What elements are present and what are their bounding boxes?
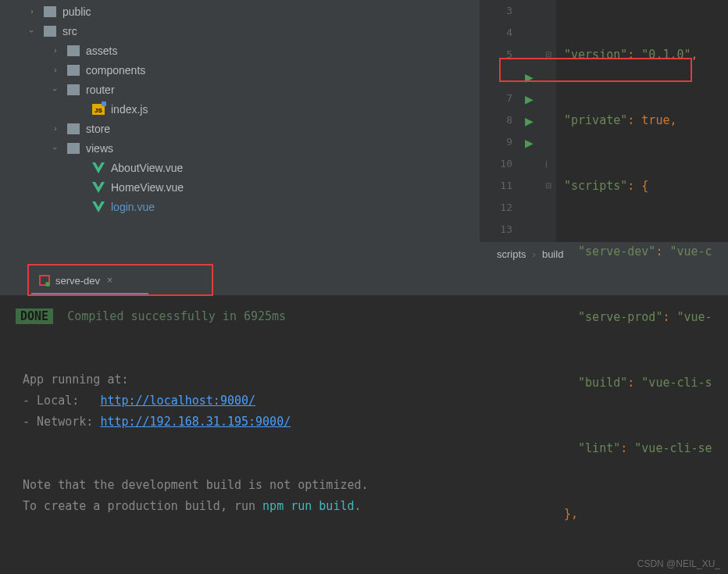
fold-marker[interactable]: ⊟	[545, 50, 551, 59]
chevron-right-icon: ›	[533, 248, 536, 260]
code-content[interactable]: "version": "0.1.0", "private": true, "sc…	[556, 0, 728, 242]
terminal-line: - Local:	[23, 394, 100, 408]
terminal-line: Compiled successfully in 6925ms	[67, 309, 286, 323]
tree-label: store	[86, 123, 110, 135]
folder-icon	[44, 6, 56, 17]
folder-icon	[67, 65, 80, 76]
npm-run-icon	[39, 275, 50, 286]
folder-icon	[67, 45, 80, 56]
tree-item-assets[interactable]: ›assets	[0, 41, 480, 60]
tree-item-aboutview[interactable]: AboutView.vue	[0, 158, 480, 177]
fold-marker[interactable]: ⌊	[545, 159, 548, 168]
tree-item-homeview[interactable]: HomeView.vue	[0, 177, 480, 197]
chevron-right-icon: ›	[50, 65, 61, 76]
chevron-right-icon: ›	[50, 45, 61, 56]
tab-label: serve-dev	[55, 275, 100, 287]
run-gutter: ▶ ▶ ▶ ▶	[522, 0, 544, 242]
tree-item-views[interactable]: ›views	[0, 138, 480, 158]
vue-file-icon	[92, 162, 105, 173]
tree-item-public[interactable]: ›public	[0, 2, 480, 21]
run-icon[interactable]: ▶	[525, 137, 534, 149]
terminal-tabs[interactable]: serve-dev ×	[0, 266, 728, 295]
tree-item-indexjs[interactable]: JSindex.js	[0, 99, 480, 119]
tree-label: assets	[86, 45, 117, 57]
run-icon[interactable]: ▶	[525, 93, 534, 105]
tree-item-login[interactable]: login.vue	[0, 197, 480, 216]
local-url-link[interactable]: http://localhost:9000/	[100, 394, 255, 408]
terminal-tab-serve-dev[interactable]: serve-dev ×	[31, 270, 120, 291]
code-editor[interactable]: 3 4 5 7 8 9 10 11 12 13 ▶ ▶ ▶ ▶ ⊟ ⌊	[480, 0, 728, 266]
chevron-down-icon: ›	[50, 143, 61, 154]
run-icon[interactable]: ▶	[525, 71, 534, 84]
tree-label: AboutView.vue	[111, 162, 183, 174]
chevron-down-icon: ›	[50, 84, 61, 95]
tree-label: public	[62, 5, 91, 18]
vue-file-icon	[92, 201, 105, 212]
terminal-line: Note that the development build is not o…	[23, 478, 369, 492]
tree-item-components[interactable]: ›components	[0, 60, 480, 80]
tree-label: router	[86, 84, 115, 96]
terminal-line: .	[354, 499, 361, 513]
folder-icon	[44, 26, 56, 37]
tree-item-src[interactable]: ›src	[0, 21, 480, 41]
folder-icon	[67, 84, 80, 95]
terminal-line: App running at:	[23, 373, 128, 387]
folder-icon	[67, 143, 80, 154]
watermark: CSDN @NEIL_XU_	[637, 558, 720, 569]
chevron-down-icon: ›	[27, 26, 37, 37]
tree-label: HomeView.vue	[111, 181, 184, 194]
tree-item-router[interactable]: ›router	[0, 80, 480, 99]
chevron-right-icon: ›	[27, 6, 37, 17]
tree-label: index.js	[111, 103, 148, 116]
tree-label: components	[86, 64, 145, 77]
terminal-line: To create a production build, run	[23, 499, 262, 513]
run-icon[interactable]: ▶	[525, 115, 534, 127]
project-tree[interactable]: ›public ›src ›assets ›components ›router…	[0, 0, 480, 266]
js-file-icon: JS	[92, 104, 105, 115]
crumb-scripts[interactable]: scripts	[497, 248, 526, 260]
tree-item-store[interactable]: ›store	[0, 119, 480, 138]
fold-marker[interactable]: ⊟	[545, 181, 551, 190]
terminal-line: - Network:	[23, 415, 100, 429]
tree-label: src	[62, 25, 77, 37]
tab-indicator	[31, 293, 148, 295]
tree-label: views	[86, 142, 113, 155]
close-icon[interactable]: ×	[107, 275, 112, 286]
line-gutter: 3 4 5 7 8 9 10 11 12 13	[480, 0, 522, 242]
tree-label: login.vue	[111, 201, 155, 213]
status-badge: DONE	[16, 308, 53, 324]
terminal-line: npm run build	[262, 499, 354, 513]
folder-icon	[67, 123, 80, 134]
crumb-build[interactable]: build	[542, 248, 563, 260]
fold-gutter: ⊟ ⌊ ⊟	[544, 0, 556, 242]
chevron-right-icon: ›	[50, 123, 61, 134]
network-url-link[interactable]: http://192.168.31.195:9000/	[100, 415, 291, 429]
vue-file-icon	[92, 182, 105, 193]
